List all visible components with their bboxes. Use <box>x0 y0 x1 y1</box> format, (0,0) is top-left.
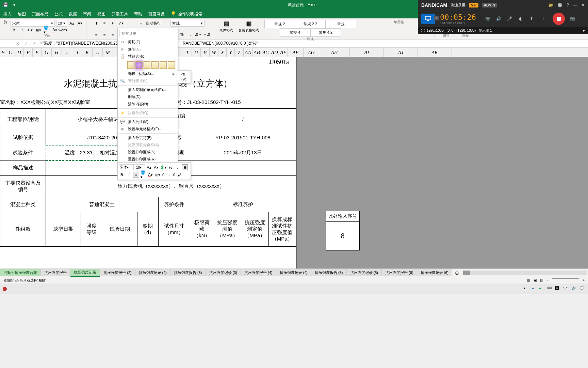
dec-decimal-icon[interactable]: ←.0 <box>203 31 210 38</box>
col-I[interactable]: I <box>62 48 72 57</box>
webcam-icon[interactable]: 📷 <box>485 16 491 21</box>
header-h9[interactable]: 抗压强度测定值（MPa） <box>241 212 268 246</box>
ctx-paste-special[interactable]: 选择...粘贴(S)...▶ 值 (V) <box>118 70 178 77</box>
border-button[interactable]: ⊞▾ <box>35 27 42 33</box>
increase-font-icon[interactable]: A▴ <box>68 20 75 27</box>
col-J[interactable]: J <box>72 48 82 57</box>
header-h5[interactable]: 龄期（d） <box>137 212 158 246</box>
underline-button[interactable]: U▾ <box>27 27 34 33</box>
zoom-in-icon[interactable]: + <box>583 278 585 282</box>
tray-icon-5[interactable]: 🅰 <box>555 286 561 292</box>
cell-r4c1[interactable]: 样品描述 <box>0 160 46 176</box>
col-Z[interactable]: Z <box>235 48 244 57</box>
cell-r1c4[interactable]: / <box>190 109 296 130</box>
col-G[interactable]: G <box>42 48 52 57</box>
sheet-tab-12[interactable]: 抗压强度报告 (6) <box>382 269 417 276</box>
tab-help[interactable]: 帮助 <box>134 11 142 17</box>
cell-r3c4[interactable]: 2015年02月13日 <box>190 145 296 160</box>
cancel-formula-icon[interactable]: ✕ <box>14 41 22 46</box>
speaker-icon[interactable]: 🔊 <box>495 16 502 21</box>
cell-r1c1[interactable]: 工程部位/用途 <box>0 109 46 130</box>
paste-option-2-hover[interactable] <box>135 61 143 69</box>
pause-button[interactable]: ⏸ <box>539 16 546 21</box>
col-K[interactable]: K <box>82 48 93 57</box>
header-h8[interactable]: 抗压强度测值（MPa） <box>214 212 241 246</box>
orientation-icon[interactable]: ⤢▾ <box>117 20 124 27</box>
col-AB[interactable]: AB <box>252 48 261 57</box>
paste-option-5[interactable] <box>160 61 167 69</box>
cursor-icon[interactable]: ◎ <box>517 16 524 21</box>
sheet-tab-1[interactable]: 混凝土抗压强度台账 <box>0 269 41 276</box>
font-size-combo[interactable]: 10▾ <box>56 20 67 27</box>
cell-r3c1[interactable]: 试验条件 <box>0 145 46 160</box>
tab-layout[interactable]: 页面布局 <box>32 11 48 17</box>
mini-format-painter[interactable]: 🖌 <box>176 172 182 178</box>
monitor-select-icon[interactable]: ⛶ <box>421 29 425 33</box>
ctx-insert-copied[interactable]: 插入复制的单元格(E)... <box>118 86 178 93</box>
mini-bold[interactable]: B <box>119 172 125 178</box>
header-h2[interactable]: 成型日期 <box>46 212 81 246</box>
sheet-tab-7[interactable]: 抗压强度记录 (3) <box>206 269 241 276</box>
mini-border[interactable]: ⊞ <box>182 164 188 170</box>
save-icon[interactable]: 💾 <box>3 2 8 7</box>
sheet-tab-13[interactable]: 抗压强度记录 (6) <box>417 269 453 276</box>
mini-border2[interactable]: ⊞▾ <box>154 172 161 178</box>
col-X[interactable]: X <box>218 48 227 57</box>
sheet-tab-8[interactable]: 抗压强度报告 (4) <box>241 269 276 276</box>
record-button[interactable] <box>553 13 565 25</box>
folder-icon[interactable]: 📁 <box>548 3 553 7</box>
header-h4[interactable]: 试验日期 <box>102 212 137 246</box>
sheet-tab-11[interactable]: 抗压强度记录 (5) <box>347 269 382 276</box>
cell-style-3[interactable]: 常規 <box>326 20 356 28</box>
mini-comma[interactable]: , <box>175 164 181 170</box>
horizontal-scrollbar[interactable] <box>463 271 587 275</box>
header-h6[interactable]: 试件尺寸（mm） <box>158 212 190 246</box>
mini-size-combo[interactable]: 10▾ <box>135 164 145 170</box>
tab-baidu[interactable]: 百度网盘 <box>148 11 165 17</box>
mini-dec-dec[interactable]: ←.0 <box>169 172 175 178</box>
cell-r6c1[interactable]: 混凝土种类 <box>0 197 46 212</box>
view-page-icon[interactable]: ▣ <box>534 278 537 282</box>
sheet-tab-10[interactable]: 抗压强度报告 (5) <box>311 269 347 276</box>
mini-currency[interactable]: 💲▾ <box>160 164 166 170</box>
tray-icon-6[interactable]: 🛡 <box>564 286 569 292</box>
clipboard-button[interactable]: 剪 <box>3 20 8 38</box>
cell-r6c4[interactable]: 标准养护 <box>190 197 296 212</box>
ctx-insert-break[interactable]: 插入分页符(B) <box>118 134 178 141</box>
ctx-cut[interactable]: ✂剪切(T) <box>118 39 178 46</box>
tab-draw[interactable]: 绘图 <box>18 11 26 17</box>
sheet-tab-6[interactable]: 抗压强度报告 (3) <box>170 269 206 276</box>
tab-insert[interactable]: 插入 <box>3 11 12 17</box>
ctx-delete[interactable]: 删除(D)... <box>118 93 178 101</box>
cell-style-1[interactable]: 常规 2 <box>264 20 295 28</box>
helper-value[interactable]: 8 <box>326 222 359 250</box>
mini-inc-font[interactable]: A▴ <box>146 164 152 170</box>
paste-option-4[interactable] <box>151 61 159 69</box>
ctx-format-cells[interactable]: ⊞设置单元格格式(F)... <box>118 125 178 133</box>
percent-icon[interactable]: % <box>179 31 185 38</box>
tray-icon-4[interactable]: ⌨ <box>547 286 553 292</box>
font-color-button[interactable]: A▾ <box>51 27 58 33</box>
cell-style-2[interactable]: 常规 2 2 <box>295 20 326 28</box>
fill-color-button[interactable]: 🪣▾ <box>43 27 50 33</box>
align-right-icon[interactable]: ≡ <box>109 31 116 38</box>
ctx-clear[interactable]: 清除内容(N) <box>118 101 178 108</box>
dropdown-icon[interactable]: ▾ <box>583 29 585 33</box>
column-headers[interactable]: B C D E F G H I J K L M T U V W X Y Z AA… <box>0 48 588 57</box>
wrap-text-button[interactable]: ↲ <box>138 20 145 27</box>
comma-icon[interactable]: , <box>187 31 194 38</box>
align-center-icon[interactable]: ≡ <box>101 31 108 38</box>
mini-font-combo[interactable]: 宋体▾ <box>119 164 134 170</box>
cell-r2c4[interactable]: YP-03-201501-TYH-008 <box>190 130 296 145</box>
col-AA[interactable]: AA <box>244 48 252 57</box>
mic-icon[interactable]: 🎤 <box>506 16 513 21</box>
view-break-icon[interactable]: ▤ <box>540 278 543 282</box>
cond-format-icon[interactable]: ▦ <box>224 20 229 27</box>
tray-icon-8[interactable]: 💬 <box>580 286 585 292</box>
col-M[interactable]: M <box>103 48 113 57</box>
col-AI[interactable]: AI <box>350 48 384 57</box>
help-icon[interactable]: ? <box>567 3 569 7</box>
cell-style-5[interactable]: 常规 4 2 <box>310 28 341 37</box>
table-format-label[interactable]: 套用表格格式 <box>239 28 259 33</box>
col-T[interactable]: T <box>183 48 192 57</box>
